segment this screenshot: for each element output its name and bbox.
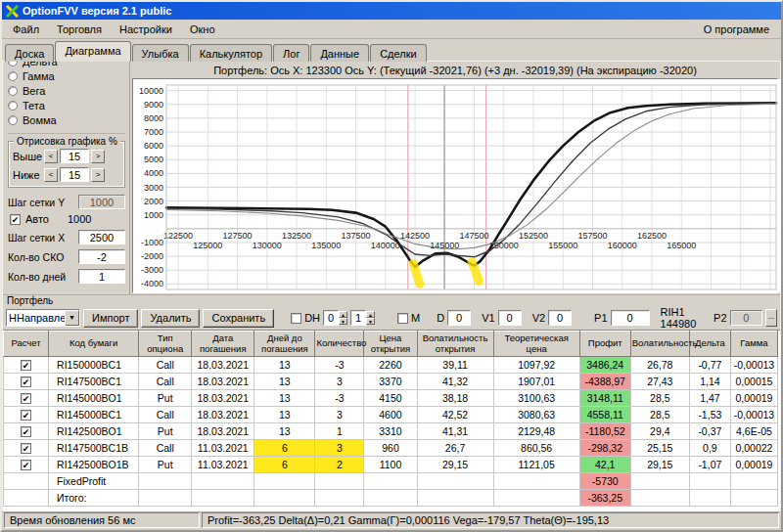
column-header-4[interactable]: Дней до погашения	[254, 332, 315, 357]
days-to-expiry-cell: 13	[254, 374, 315, 390]
grid-step-x-field[interactable]: 2500	[78, 230, 125, 244]
radio-icon[interactable]	[8, 62, 18, 66]
radio-icon[interactable]	[8, 101, 18, 111]
m-checkbox[interactable]	[397, 313, 408, 324]
column-header-7[interactable]: Волатильность открытия	[417, 332, 493, 357]
title-bar[interactable]: OptionFVV версия 2.1 public	[2, 2, 781, 20]
column-header-10[interactable]: Волатильность	[630, 332, 689, 357]
calc-checkbox-cell[interactable]: ✔	[4, 440, 49, 457]
calc-checkbox-cell[interactable]: ✔	[4, 374, 49, 390]
below-increment-button[interactable]: >	[91, 168, 105, 182]
chart-plot[interactable]: 1000090008000700060005000400030002000100…	[132, 78, 778, 293]
table-row[interactable]: ✔RI147500BC1BCall11.03.20216396026,7860,…	[4, 440, 778, 457]
p2-field[interactable]: 0	[730, 310, 762, 326]
above-value-field[interactable]: 15	[60, 149, 89, 163]
more-options-button[interactable]: ...	[765, 309, 777, 327]
above-increment-button[interactable]: >	[91, 150, 105, 163]
row-checkbox[interactable]: ✔	[21, 460, 31, 470]
tab-6[interactable]: Сделки	[370, 44, 427, 62]
menu-item-file[interactable]: Файл	[4, 22, 48, 37]
gamma-cell: -0,00013	[730, 407, 777, 423]
auto-checkbox[interactable]: ✔	[10, 214, 21, 225]
column-header-1[interactable]: Код бумаги	[49, 332, 139, 357]
dh-value-1[interactable]: 0	[323, 310, 339, 326]
row-checkbox[interactable]: ✔	[21, 393, 31, 404]
below-decrement-button[interactable]: <	[44, 168, 58, 182]
table-row[interactable]: ✔RI145000BO1Put18.03.202113-3415038,1831…	[4, 390, 778, 407]
tab-0[interactable]: Доска	[5, 44, 54, 62]
v2-field[interactable]: 0	[548, 310, 572, 326]
calc-checkbox-cell[interactable]	[4, 490, 49, 507]
save-button[interactable]: Сохранить	[203, 309, 274, 328]
column-header-11[interactable]: Дельта	[689, 332, 730, 357]
dh-checkbox[interactable]	[291, 313, 301, 324]
row-checkbox[interactable]: ✔	[21, 360, 31, 371]
greek-radio-3[interactable]: Тета	[8, 98, 125, 112]
tab-5[interactable]: Данные	[310, 44, 369, 62]
calc-checkbox-cell[interactable]: ✔	[4, 390, 49, 407]
tab-3[interactable]: Калькулятор	[190, 44, 272, 62]
greek-radio-2[interactable]: Вега	[8, 83, 125, 98]
spin-up-icon[interactable]: ▲	[366, 311, 375, 318]
chevron-down-icon[interactable]: ▼	[65, 310, 79, 326]
dh-spin-arrows-2[interactable]: ▲▼	[366, 311, 375, 325]
table-row[interactable]: ✔RI142500BO1Put18.03.2021131331041,31212…	[4, 423, 778, 440]
tab-2[interactable]: Улыбка	[132, 44, 189, 62]
calc-checkbox-cell[interactable]	[4, 473, 49, 490]
table-row[interactable]: ✔RI142500BO1BPut11.03.202162110029,15112…	[4, 457, 778, 473]
tab-1[interactable]: Диаграмма	[55, 41, 130, 62]
days-count-field[interactable]: 1	[78, 269, 125, 284]
p1-field[interactable]: 0	[611, 310, 650, 326]
spin-down-icon[interactable]: ▼	[366, 318, 375, 325]
menu-item-about[interactable]: О программе	[694, 22, 779, 37]
dh-spin-1[interactable]: 0 ▲▼	[323, 310, 347, 326]
column-header-2[interactable]: Тип опциона	[139, 332, 192, 357]
radio-icon[interactable]	[8, 115, 18, 125]
spin-down-icon[interactable]: ▼	[339, 318, 347, 325]
table-row[interactable]: FixedProfit-5730	[4, 473, 778, 490]
calc-checkbox-cell[interactable]: ✔	[4, 407, 49, 423]
import-button[interactable]: Импорт	[83, 309, 138, 328]
column-header-6[interactable]: Цена открытия	[364, 332, 417, 357]
table-row[interactable]: ✔RI147500BC1Call18.03.2021133337041,3219…	[4, 374, 778, 390]
radio-icon[interactable]	[8, 86, 18, 96]
delete-button[interactable]: Удалить	[141, 309, 200, 328]
column-header-0[interactable]: Расчет	[4, 332, 49, 357]
table-row[interactable]: Итого:-363,25	[4, 490, 778, 507]
column-header-9[interactable]: Профит	[579, 332, 630, 357]
greek-radio-0[interactable]: Дельта	[8, 62, 125, 68]
greek-radio-4[interactable]: Вомма	[8, 112, 125, 127]
column-header-12[interactable]: Гамма	[730, 332, 777, 357]
menu-item-window[interactable]: Окно	[181, 22, 224, 37]
column-header-3[interactable]: Дата погашения	[192, 332, 254, 357]
calc-checkbox-cell[interactable]: ✔	[4, 423, 49, 440]
tab-4[interactable]: Лог	[273, 44, 309, 62]
above-decrement-button[interactable]: <	[44, 150, 58, 163]
grid-step-y-field[interactable]: 1000	[78, 195, 125, 209]
row-checkbox[interactable]: ✔	[21, 426, 31, 437]
column-header-8[interactable]: Теоретическая цена	[493, 332, 579, 357]
dh-value-2[interactable]: 1	[350, 310, 366, 326]
table-row[interactable]: ✔RI145000BC1Call18.03.2021133460042,5230…	[4, 407, 778, 423]
v1-field[interactable]: 0	[498, 310, 522, 326]
calc-checkbox-cell[interactable]: ✔	[4, 357, 49, 374]
row-checkbox[interactable]: ✔	[21, 377, 31, 387]
radio-icon[interactable]	[8, 71, 18, 81]
dh-spin-2[interactable]: 1 ▲▼	[350, 310, 375, 326]
row-checkbox[interactable]: ✔	[21, 443, 31, 454]
table-row[interactable]: ✔RI150000BC1Call18.03.202113-3226039,111…	[4, 357, 778, 374]
d-field[interactable]: 0	[447, 310, 471, 326]
below-value-field[interactable]: 15	[60, 167, 89, 182]
calc-checkbox-cell[interactable]: ✔	[4, 457, 49, 473]
direction-dropdown[interactable]: ННаправле ▼	[6, 309, 80, 327]
days-to-expiry-cell: 13	[254, 390, 315, 407]
sko-count-field[interactable]: -2	[78, 249, 125, 264]
menu-item-settings[interactable]: Настройки	[111, 22, 181, 37]
column-header-5[interactable]: Количество	[315, 332, 364, 357]
menu-item-trading[interactable]: Торговля	[48, 22, 111, 37]
days-to-expiry-cell: 13	[254, 407, 315, 423]
greek-radio-1[interactable]: Гамма	[8, 68, 125, 83]
spin-up-icon[interactable]: ▲	[339, 311, 347, 318]
row-checkbox[interactable]: ✔	[21, 410, 31, 421]
dh-spin-arrows-1[interactable]: ▲▼	[339, 311, 347, 325]
